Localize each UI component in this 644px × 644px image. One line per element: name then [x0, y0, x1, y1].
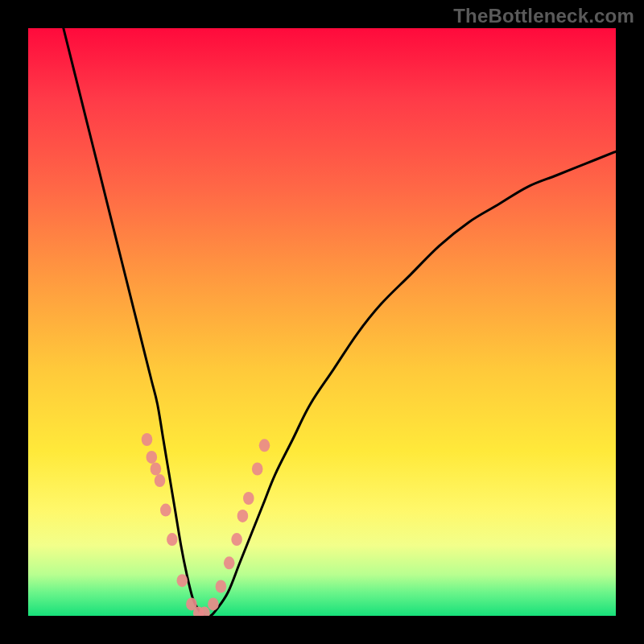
- marker-point: [147, 451, 158, 464]
- watermark-text: TheBottleneck.com: [453, 5, 634, 27]
- marker-point: [142, 433, 153, 446]
- marker-point: [208, 597, 219, 610]
- marker-point: [259, 439, 270, 452]
- marker-point: [151, 463, 162, 476]
- marker-point: [177, 574, 188, 587]
- chart-svg: [28, 28, 616, 616]
- marker-point: [243, 492, 254, 505]
- highlight-markers: [142, 433, 270, 616]
- marker-point: [216, 580, 227, 593]
- marker-point: [224, 556, 235, 569]
- marker-point: [252, 463, 263, 476]
- marker-point: [160, 504, 171, 517]
- bottleneck-curve: [64, 28, 616, 616]
- marker-point: [155, 474, 166, 487]
- chart-frame: TheBottleneck.com: [0, 0, 644, 644]
- marker-point: [231, 533, 242, 546]
- marker-point: [237, 510, 249, 522]
- marker-point: [167, 533, 178, 546]
- plot-area: [28, 28, 616, 616]
